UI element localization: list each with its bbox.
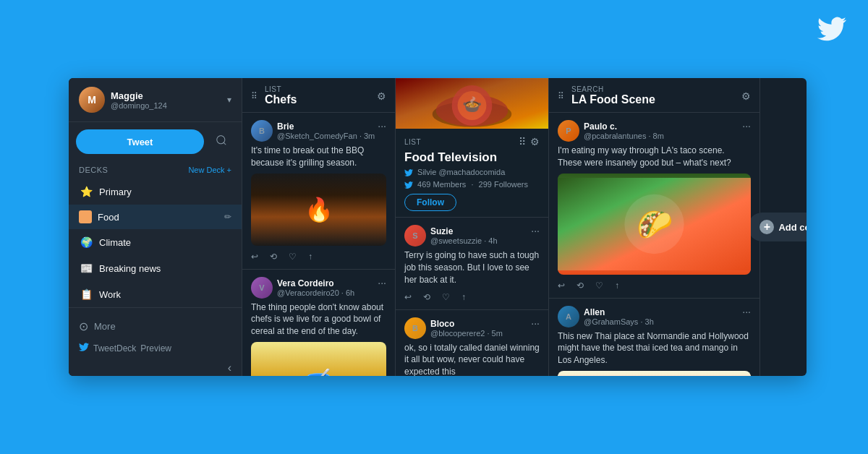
share-button-brie[interactable]: ↑ [308,252,312,262]
search-button[interactable] [208,129,234,154]
avatar-bloco: B [404,317,426,339]
user-info[interactable]: M Maggie @domingo_124 [79,87,167,113]
tweet-actions-brie: ↩ ⟲ ♡ ↑ [251,250,386,262]
user-text: Maggie @domingo_124 [111,90,167,110]
tweet-more-brie[interactable]: ··· [378,120,386,132]
chefs-column-header: ⠿ List Chefs ⚙ [242,78,395,113]
la-food-drag[interactable]: ⠿ [558,91,564,101]
chefs-title: Chefs [265,93,297,106]
tweet-image-allen: 🧋 [558,371,751,376]
sidebar-item-primary[interactable]: ⭐ Primary [69,179,242,205]
sidebar-footer: ⊙ More TweetDeck Preview ‹ [69,307,242,376]
new-deck-button[interactable]: New Deck + [188,166,231,174]
retweet-button-brie[interactable]: ⟲ [270,252,277,262]
svg-point-4 [458,91,487,120]
la-food-type-label: Search [571,85,655,93]
work-icon: 📋 [79,287,93,301]
add-column-button[interactable]: + Add column [748,213,807,241]
avatar-paulo: P [558,120,579,142]
avatar-allen: A [558,306,579,327]
tweet-more-allen[interactable]: ··· [742,306,751,317]
globe-icon: 🌍 [79,235,93,249]
reply-button-brie[interactable]: ↩ [251,252,258,262]
food-tv-drag[interactable]: ⠿ [519,136,526,147]
taco-image: 🌮 [558,174,751,275]
like-button-brie[interactable]: ♡ [289,252,297,262]
tweet-name-brie: Brie @Sketch_ComedyFan · 3m [277,121,375,140]
follow-button[interactable]: Follow [404,194,456,211]
like-button-paulo[interactable]: ♡ [595,280,603,291]
la-food-tweet-list: P Paulo c. @pcabralantunes · 8m ··· I' [549,113,760,376]
tweet-more-vera[interactable]: ··· [378,277,386,288]
drag-handle[interactable]: ⠿ [251,91,258,101]
reply-button-suzie[interactable]: ↩ [404,292,412,302]
tweet-name-bloco: Bloco @blocoperere2 · 5m [430,319,503,338]
chefs-gear-icon[interactable]: ⚙ [377,90,386,102]
tweet-image-vera: 🥣 Vera Cordeiro [251,342,386,376]
tweet-more-suzie[interactable]: ··· [531,225,540,236]
food-tv-column: 🍲 List ⠿ ⚙ Food Television [396,78,549,376]
username: Maggie [111,90,167,101]
share-button-suzie[interactable]: ↑ [461,292,466,302]
share-button-paulo[interactable]: ↑ [615,280,619,291]
deck-label-work: Work [99,289,121,300]
tweet-paulo: P Paulo c. @pcabralantunes · 8m ··· I' [549,113,760,299]
avatar-brie: B [251,120,273,142]
iced-tea-image: 🧋 [558,371,751,376]
twitter-bird-logo [817,14,846,50]
sidebar-item-breaking[interactable]: 📰 Breaking news [69,255,242,281]
food-tv-title: Food Television [404,150,540,165]
sidebar-item-climate[interactable]: 🌍 Climate [69,229,242,255]
decks-section: Decks New Deck + [69,161,242,179]
sidebar: M Maggie @domingo_124 ▾ Tweet Decks New … [69,78,242,376]
food-tv-stats: 469 Members · 299 Followers [404,180,540,189]
tweet-button[interactable]: Tweet [76,129,204,154]
food-icon [79,210,92,223]
sidebar-item-food[interactable]: Food ✏ [69,205,242,229]
retweet-button-paulo[interactable]: ⟲ [576,280,584,291]
sidebar-actions: Tweet [69,122,242,161]
user-handle: @domingo_124 [111,101,167,110]
like-button-suzie[interactable]: ♡ [442,292,450,302]
food-tv-header-image: 🍲 [396,78,548,129]
chefs-type-label: List [265,85,297,93]
la-food-gear-icon[interactable]: ⚙ [741,90,751,102]
edit-icon[interactable]: ✏ [224,212,231,222]
svg-text:🍲: 🍲 [462,95,482,114]
food-tv-gear-icon[interactable]: ⚙ [530,136,540,147]
columns-area: ⠿ List Chefs ⚙ B Brie [242,78,807,376]
tweet-more-bloco[interactable]: ··· [531,317,540,329]
collapse-sidebar-button[interactable]: ‹ [228,361,231,374]
svg-rect-0 [396,78,548,129]
decks-label: Decks [79,166,108,174]
chevron-down-icon[interactable]: ▾ [227,95,231,105]
food-tv-info: List ⠿ ⚙ Food Television Silvie @machado… [396,129,548,218]
chefs-tweet-list: B Brie @Sketch_ComedyFan · 3m ··· It's [242,113,395,376]
tweet-body-bloco: ok, so i totally called daniel winning i… [404,342,540,376]
deck-label-climate: Climate [99,237,131,248]
tweet-more-paulo[interactable]: ··· [742,120,751,132]
reply-button-paulo[interactable]: ↩ [558,280,565,291]
svg-point-1 [433,101,511,127]
sidebar-item-work[interactable]: 📋 Work [69,281,242,307]
add-column-icon: + [760,220,774,234]
tweet-image-brie: 🔥 [251,174,386,246]
deck-label-primary: Primary [99,187,132,197]
tweet-body-vera: The thing people don't know about chefs … [251,301,386,338]
td-icon [79,342,89,354]
tweetdeck-label: TweetDeck Preview [79,338,231,359]
more-button[interactable]: ⊙ More [79,315,231,338]
svg-rect-9 [558,374,751,376]
tweet-suzie: S Suzie @sweetsuzzie · 4h ··· Terry is [396,218,548,309]
retweet-button-suzie[interactable]: ⟲ [423,292,430,302]
tweet-name-vera: Vera Cordeiro @Veracordeiro20 · 6h [277,278,354,297]
chefs-column: ⠿ List Chefs ⚙ B Brie [242,78,396,376]
tweet-allen: A Allen @GrahamSays · 3h ··· This new [549,299,760,376]
la-food-title: LA Food Scene [571,93,655,106]
tweet-body-allen: This new Thai place at Normandie and Hol… [558,330,751,367]
tweet-body-brie: It's time to break out the BBQ because i… [251,145,386,169]
cereal-image: 🥣 [251,342,386,376]
tweet-name-suzie: Suzie @sweetsuzzie · 4h [430,226,498,245]
food-tv-owner: Silvie @machadocomida [404,168,540,177]
tweet-body-paulo: I'm eating my way through LA's taco scen… [558,145,751,169]
